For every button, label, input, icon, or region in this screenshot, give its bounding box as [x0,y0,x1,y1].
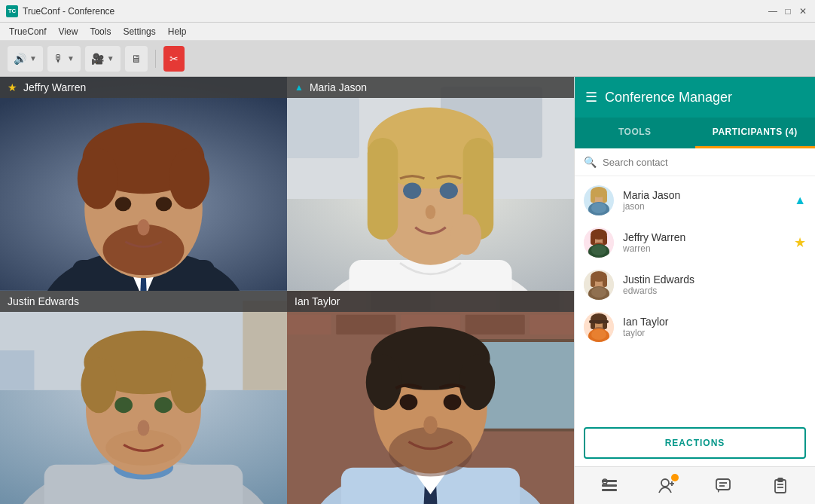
participants-list-btn[interactable] [594,471,624,501]
svg-rect-54 [530,314,574,334]
svg-rect-29 [0,350,34,390]
panel-header: ☰ Conference Manager [575,77,815,118]
hangup-button[interactable]: ✂ [163,46,185,72]
participant-item-ian[interactable]: Ian Taylor taylor [575,306,815,348]
svg-point-38 [114,397,133,413]
svg-point-66 [400,394,418,410]
participant-info-jeffry: Jeffry Warren warren [623,231,785,254]
participant-id-maria: jason [623,201,785,212]
svg-point-64 [459,354,495,410]
speaker-button[interactable]: 🔊 ▼ [8,46,43,72]
svg-rect-80 [603,234,607,245]
svg-point-24 [440,182,458,199]
video-cell-ian: Ian Taylor [287,291,574,505]
hamburger-icon[interactable]: ☰ [585,89,597,105]
participant-name-maria: Maria Jason [623,189,785,201]
toolbar-separator [155,50,156,68]
add-user-btn[interactable] [652,471,682,501]
window-controls: — □ ✕ [767,5,809,17]
video-area: ★ Jeffry Warren [0,77,574,504]
video-feed-ian [287,291,574,505]
menu-view[interactable]: View [53,25,84,38]
svg-rect-100 [602,480,617,482]
participant-name-justin: Justin Edwards [623,273,797,286]
search-input[interactable] [603,157,806,168]
svg-rect-107 [716,479,730,490]
mic-arrow: ▼ [67,54,75,63]
svg-point-104 [661,479,669,487]
menu-tools[interactable]: Tools [84,25,117,38]
participant-id-jeffry: warren [623,243,785,254]
right-panel: ☰ Conference Manager TOOLS PARTICIPANTS … [574,77,815,504]
camera-arrow: ▼ [107,54,114,63]
svg-rect-51 [336,314,395,334]
video-cell-justin: Justin Edwards [0,291,287,505]
svg-point-83 [591,245,606,255]
participant-info-maria: Maria Jason jason [623,189,785,212]
app-icon: TC [6,5,18,17]
svg-point-36 [81,357,116,413]
video-feed-justin [0,291,287,505]
video-cell-maria: ▲ Maria Jason [287,77,574,291]
svg-rect-72 [591,192,595,203]
participant-id-justin: edwards [623,286,797,296]
panel-tabs: TOOLS PARTICIPANTS (4) [575,118,815,148]
participant-name-jeffry: Jeffry Warren [623,231,785,243]
jeffry-status-icon: ★ [794,234,806,251]
maria-name: Maria Jason [310,81,367,93]
name-bar-justin: Justin Edwards [0,291,287,312]
mic-icon: 🎙 [53,53,64,65]
add-user-badge [671,474,679,481]
svg-rect-87 [591,276,595,287]
svg-rect-21 [368,138,398,240]
minimize-button[interactable]: — [767,5,779,17]
menu-bar: TrueConf View Tools Settings Help [0,23,815,41]
participant-item-maria[interactable]: Maria Jason jason ▲ [575,179,815,221]
speaker-icon: 🔊 [14,53,26,65]
svg-rect-79 [591,234,595,245]
maria-status-icon: ▲ [794,194,806,207]
menu-help[interactable]: Help [162,25,193,38]
svg-point-26 [451,214,482,255]
participants-list: Maria Jason jason ▲ [575,176,815,420]
video-cell-jeffry: ★ Jeffry Warren [0,77,287,291]
participant-item-jeffry[interactable]: Jeffry Warren warren ★ [575,221,815,264]
maximize-button[interactable]: □ [782,5,794,17]
menu-settings[interactable]: Settings [117,25,161,38]
video-feed-maria [287,77,574,291]
justin-name: Justin Edwards [8,295,79,307]
main-layout: ★ Jeffry Warren [0,77,815,504]
screen-share-button[interactable]: 🖥 [125,46,148,72]
speaker-arrow: ▼ [29,54,37,63]
svg-point-75 [591,203,606,213]
screen-icon: 🖥 [131,53,142,65]
svg-point-37 [170,357,206,413]
svg-point-12 [137,219,149,236]
video-feed-jeffry [0,77,287,291]
avatar-jeffry [584,228,614,258]
close-button[interactable]: ✕ [797,5,809,17]
svg-rect-50 [287,314,331,334]
avatar-ian [584,312,614,342]
maria-indicator-icon: ▲ [295,82,304,93]
tab-participants[interactable]: PARTICIPANTS (4) [695,118,816,148]
participant-name-ian: Ian Taylor [623,316,797,328]
clipboard-btn[interactable] [765,471,795,501]
camera-button[interactable]: 🎥 ▼ [85,46,121,72]
svg-point-7 [78,148,118,209]
svg-rect-88 [603,276,607,287]
svg-point-39 [154,397,172,413]
reactions-button[interactable]: REACTIONS [584,427,806,459]
name-bar-maria: ▲ Maria Jason [287,77,574,98]
svg-point-63 [366,354,401,410]
toolbar: 🔊 ▼ 🎙 ▼ 🎥 ▼ 🖥 ✂ [0,41,815,77]
participant-item-justin[interactable]: Justin Edwards edwards [575,264,815,306]
mic-button[interactable]: 🎙 ▼ [47,46,81,72]
tab-tools[interactable]: TOOLS [575,118,695,148]
svg-rect-73 [603,192,607,203]
svg-rect-53 [465,314,525,334]
svg-point-68 [423,416,437,434]
chat-btn[interactable] [708,471,738,501]
menu-trueconf[interactable]: TrueConf [3,25,53,38]
participant-info-justin: Justin Edwards edwards [623,273,797,296]
